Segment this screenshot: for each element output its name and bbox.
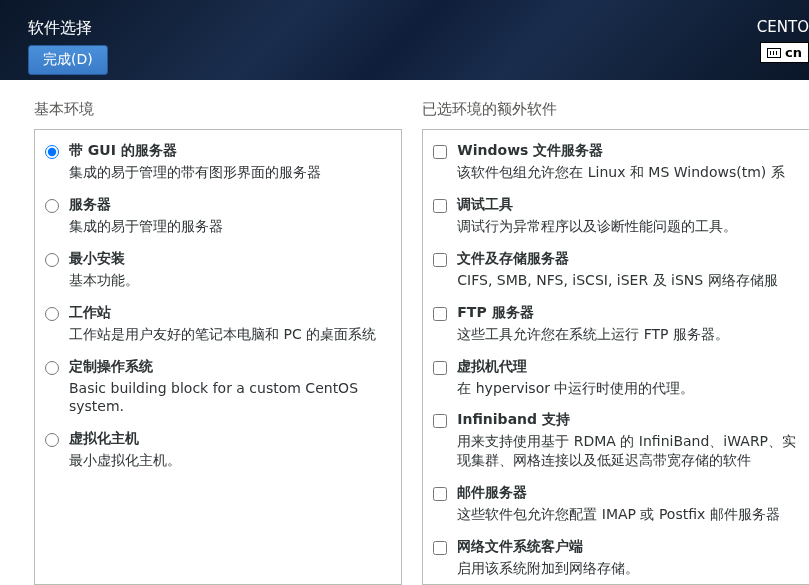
- base-env-body: 虚拟化主机最小虚拟化主机。: [69, 430, 391, 470]
- keyboard-icon: [767, 48, 781, 58]
- addon-item-desc: 这些工具允许您在系统上运行 FTP 服务器。: [457, 325, 799, 344]
- base-env-item[interactable]: 服务器集成的易于管理的服务器: [35, 192, 401, 246]
- addon-item-desc: 这些软件包允许您配置 IMAP 或 Postfix 邮件服务器: [457, 505, 799, 524]
- base-env-item[interactable]: 最小安装基本功能。: [35, 246, 401, 300]
- base-env-radio[interactable]: [45, 361, 59, 375]
- addon-item[interactable]: FTP 服务器这些工具允许您在系统上运行 FTP 服务器。: [423, 300, 809, 354]
- addon-item-desc: 用来支持使用基于 RDMA 的 InfiniBand、iWARP、实现集群、网格…: [457, 432, 799, 470]
- base-env-item-title: 虚拟化主机: [69, 430, 391, 451]
- addon-body: 邮件服务器这些软件包允许您配置 IMAP 或 Postfix 邮件服务器: [457, 484, 799, 524]
- base-env-item-desc: Basic building block for a custom CentOS…: [69, 379, 391, 417]
- distro-label: CENTO: [757, 18, 809, 36]
- base-env-radio[interactable]: [45, 433, 59, 447]
- base-env-body: 定制操作系统Basic building block for a custom …: [69, 358, 391, 417]
- addon-item[interactable]: 邮件服务器这些软件包允许您配置 IMAP 或 Postfix 邮件服务器: [423, 480, 809, 534]
- addon-item-title: 邮件服务器: [457, 484, 799, 505]
- base-env-radio[interactable]: [45, 253, 59, 267]
- addons-column: 已选环境的额外软件 Windows 文件服务器该软件包组允许您在 Linux 和…: [422, 100, 809, 585]
- addon-item-desc: 在 hypervisor 中运行时使用的代理。: [457, 379, 799, 398]
- base-env-item[interactable]: 定制操作系统Basic building block for a custom …: [35, 354, 401, 427]
- addon-body: Infiniband 支持用来支持使用基于 RDMA 的 InfiniBand、…: [457, 411, 799, 470]
- page-title: 软件选择: [28, 18, 108, 39]
- addon-item[interactable]: 调试工具调试行为异常程序以及诊断性能问题的工具。: [423, 192, 809, 246]
- content-area: 基本环境 带 GUI 的服务器集成的易于管理的带有图形界面的服务器服务器集成的易…: [0, 80, 809, 585]
- addon-checkbox[interactable]: [433, 145, 447, 159]
- base-env-item-title: 工作站: [69, 304, 391, 325]
- base-env-item-desc: 最小虚拟化主机。: [69, 451, 391, 470]
- base-env-item-desc: 集成的易于管理的服务器: [69, 217, 391, 236]
- addon-item[interactable]: 虚拟机代理在 hypervisor 中运行时使用的代理。: [423, 354, 809, 408]
- base-env-body: 服务器集成的易于管理的服务器: [69, 196, 391, 236]
- addon-body: 虚拟机代理在 hypervisor 中运行时使用的代理。: [457, 358, 799, 398]
- base-env-item-desc: 基本功能。: [69, 271, 391, 290]
- addon-item[interactable]: Windows 文件服务器该软件包组允许您在 Linux 和 MS Window…: [423, 138, 809, 192]
- addon-item-title: 虚拟机代理: [457, 358, 799, 379]
- base-env-title: 基本环境: [34, 100, 402, 129]
- base-env-body: 工作站工作站是用户友好的笔记本电脑和 PC 的桌面系统: [69, 304, 391, 344]
- base-env-radio[interactable]: [45, 199, 59, 213]
- base-env-item[interactable]: 带 GUI 的服务器集成的易于管理的带有图形界面的服务器: [35, 138, 401, 192]
- addon-checkbox[interactable]: [433, 541, 447, 555]
- header-bar: 软件选择 完成(D) CENTO cn: [0, 0, 809, 80]
- addon-item-title: FTP 服务器: [457, 304, 799, 325]
- base-env-item[interactable]: 虚拟化主机最小虚拟化主机。: [35, 426, 401, 480]
- addon-item-desc: 启用该系统附加到网络存储。: [457, 559, 799, 578]
- addon-checkbox[interactable]: [433, 199, 447, 213]
- done-button[interactable]: 完成(D): [28, 45, 108, 75]
- base-env-item-title: 最小安装: [69, 250, 391, 271]
- addon-body: Windows 文件服务器该软件包组允许您在 Linux 和 MS Window…: [457, 142, 799, 182]
- addon-body: 文件及存储服务器CIFS, SMB, NFS, iSCSI, iSER 及 iS…: [457, 250, 799, 290]
- addon-checkbox[interactable]: [433, 253, 447, 267]
- base-env-item[interactable]: 工作站工作站是用户友好的笔记本电脑和 PC 的桌面系统: [35, 300, 401, 354]
- addon-item-title: 网络文件系统客户端: [457, 538, 799, 559]
- base-env-item-title: 服务器: [69, 196, 391, 217]
- addon-item[interactable]: Infiniband 支持用来支持使用基于 RDMA 的 InfiniBand、…: [423, 407, 809, 480]
- base-env-item-desc: 集成的易于管理的带有图形界面的服务器: [69, 163, 391, 182]
- addon-checkbox[interactable]: [433, 361, 447, 375]
- header-left: 软件选择 完成(D): [28, 18, 108, 75]
- addon-item[interactable]: 网络文件系统客户端启用该系统附加到网络存储。: [423, 534, 809, 585]
- addon-item-title: Infiniband 支持: [457, 411, 799, 432]
- addon-checkbox[interactable]: [433, 414, 447, 428]
- base-env-list[interactable]: 带 GUI 的服务器集成的易于管理的带有图形界面的服务器服务器集成的易于管理的服…: [34, 129, 402, 585]
- addon-checkbox[interactable]: [433, 307, 447, 321]
- addon-item-desc: 该软件包组允许您在 Linux 和 MS Windows(tm) 系: [457, 163, 799, 182]
- header-right: CENTO cn: [757, 18, 809, 63]
- addon-body: 调试工具调试行为异常程序以及诊断性能问题的工具。: [457, 196, 799, 236]
- addon-checkbox[interactable]: [433, 487, 447, 501]
- addon-body: FTP 服务器这些工具允许您在系统上运行 FTP 服务器。: [457, 304, 799, 344]
- base-env-item-title: 带 GUI 的服务器: [69, 142, 391, 163]
- base-env-item-title: 定制操作系统: [69, 358, 391, 379]
- base-env-radio[interactable]: [45, 307, 59, 321]
- base-env-body: 带 GUI 的服务器集成的易于管理的带有图形界面的服务器: [69, 142, 391, 182]
- keyboard-layout-label: cn: [785, 45, 802, 60]
- addons-list[interactable]: Windows 文件服务器该软件包组允许您在 Linux 和 MS Window…: [422, 129, 809, 585]
- base-env-body: 最小安装基本功能。: [69, 250, 391, 290]
- addon-item[interactable]: 文件及存储服务器CIFS, SMB, NFS, iSCSI, iSER 及 iS…: [423, 246, 809, 300]
- addons-title: 已选环境的额外软件: [422, 100, 809, 129]
- addon-item-title: 文件及存储服务器: [457, 250, 799, 271]
- addon-body: 网络文件系统客户端启用该系统附加到网络存储。: [457, 538, 799, 578]
- addon-item-desc: CIFS, SMB, NFS, iSCSI, iSER 及 iSNS 网络存储服: [457, 271, 799, 290]
- addon-item-title: Windows 文件服务器: [457, 142, 799, 163]
- base-env-radio[interactable]: [45, 145, 59, 159]
- base-env-column: 基本环境 带 GUI 的服务器集成的易于管理的带有图形界面的服务器服务器集成的易…: [34, 100, 402, 585]
- base-env-item-desc: 工作站是用户友好的笔记本电脑和 PC 的桌面系统: [69, 325, 391, 344]
- keyboard-indicator[interactable]: cn: [760, 42, 809, 63]
- addon-item-title: 调试工具: [457, 196, 799, 217]
- addon-item-desc: 调试行为异常程序以及诊断性能问题的工具。: [457, 217, 799, 236]
